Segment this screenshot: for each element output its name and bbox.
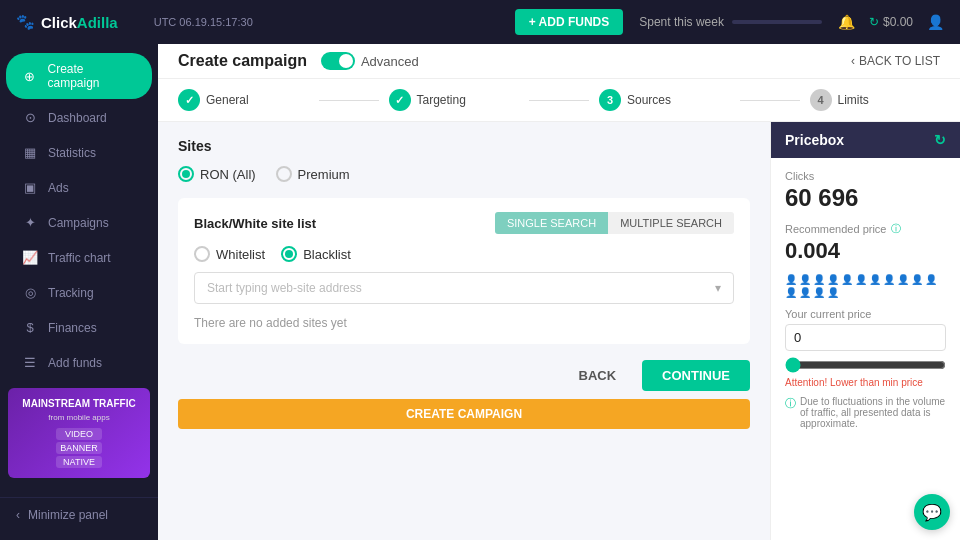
sidebar-item-add-funds[interactable]: ☰ Add funds (6, 346, 152, 379)
bwlist-radios: Whitelist Blacklist (194, 246, 734, 262)
sidebar-item-dashboard[interactable]: ⊙ Dashboard (6, 101, 152, 134)
dropdown-icon: ▾ (715, 281, 721, 295)
sites-radio-group: RON (All) Premium (178, 166, 750, 182)
premium-label: Premium (298, 167, 350, 182)
step-limits[interactable]: 4 Limits (810, 89, 941, 111)
toggle-switch[interactable] (321, 52, 355, 70)
main: Create campaign Advanced ‹ BACK TO LIST … (158, 44, 960, 540)
topbar-icons: 🔔 ↻ $0.00 👤 (838, 14, 944, 30)
continue-button[interactable]: CONTINUE (642, 360, 750, 391)
whitelist-label: Whitelist (216, 247, 265, 262)
add-funds-sidebar-icon: ☰ (22, 355, 38, 370)
ads-icon: ▣ (22, 180, 38, 195)
person-10: 👤 (911, 274, 923, 285)
bwlist-header: Black/White site list SINGLE SEARCH MULT… (194, 212, 734, 234)
logo-icon: 🐾 (16, 13, 35, 31)
person-8: 👤 (883, 274, 895, 285)
refresh-icon[interactable]: ↻ (869, 15, 879, 29)
person-6: 👤 (855, 274, 867, 285)
pricebox-body: Clicks 60 696 Recommended price ⓘ 0.004 … (771, 158, 960, 441)
site-input-placeholder: Start typing web-site address (207, 281, 362, 295)
price-info: ⓘ Due to fluctuations in the volume of t… (785, 396, 946, 429)
tracking-icon: ◎ (22, 285, 38, 300)
site-search-input[interactable]: Start typing web-site address ▾ (194, 272, 734, 304)
sidebar-item-tracking[interactable]: ◎ Tracking (6, 276, 152, 309)
current-price-label: Your current price (785, 308, 946, 320)
single-search-btn[interactable]: SINGLE SEARCH (495, 212, 608, 234)
blacklist-radio[interactable] (281, 246, 297, 262)
ron-radio-dot (182, 170, 190, 178)
person-12: 👤 (785, 287, 797, 298)
info-icon: ⓘ (785, 396, 796, 411)
sidebar-item-campaigns[interactable]: ✦ Campaigns (6, 206, 152, 239)
sidebar-item-statistics[interactable]: ▦ Statistics (6, 136, 152, 169)
step-targeting-circle: ✓ (389, 89, 411, 111)
chat-bubble[interactable]: 💬 (914, 494, 950, 530)
premium-radio[interactable] (276, 166, 292, 182)
ron-radio[interactable] (178, 166, 194, 182)
page-title: Create campaign (178, 52, 307, 70)
ron-option[interactable]: RON (All) (178, 166, 256, 182)
back-button[interactable]: BACK (563, 360, 633, 391)
sidebar-item-traffic-chart[interactable]: 📈 Traffic chart (6, 241, 152, 274)
person-1: 👤 (785, 274, 797, 285)
bwlist-title: Black/White site list (194, 216, 316, 231)
step-targeting-label: Targeting (417, 93, 466, 107)
step-sources-label: Sources (627, 93, 671, 107)
sidebar: ⊕ Create campaign ⊙ Dashboard ▦ Statisti… (0, 44, 158, 540)
sidebar-item-ads[interactable]: ▣ Ads (6, 171, 152, 204)
whitelist-option[interactable]: Whitelist (194, 246, 265, 262)
topbar: 🐾 ClickAdilla UTC 06.19.15:17:30 + ADD F… (0, 0, 960, 44)
dashboard-icon: ⊙ (22, 110, 38, 125)
create-campaign-button[interactable]: CREATE CAMPAIGN (178, 399, 750, 429)
person-2: 👤 (799, 274, 811, 285)
sidebar-item-create-campaign[interactable]: ⊕ Create campaign (6, 53, 152, 99)
bell-icon[interactable]: 🔔 (838, 14, 855, 30)
info-circle-icon: ⓘ (891, 222, 901, 236)
layout: ⊕ Create campaign ⊙ Dashboard ▦ Statisti… (0, 44, 960, 540)
premium-option[interactable]: Premium (276, 166, 350, 182)
banner-subtitle: from mobile apps (48, 413, 109, 422)
step-limits-circle: 4 (810, 89, 832, 111)
person-13: 👤 (799, 287, 811, 298)
minimize-panel[interactable]: ‹ Minimize panel (0, 497, 158, 532)
clicks-label: Clicks (785, 170, 946, 182)
statistics-icon: ▦ (22, 145, 38, 160)
price-slider[interactable] (785, 357, 946, 373)
finances-icon: $ (22, 320, 38, 335)
steps-bar: ✓ General ✓ Targeting 3 Sources 4 Limits (158, 79, 960, 122)
advanced-label: Advanced (361, 54, 419, 69)
whitelist-radio[interactable] (194, 246, 210, 262)
advanced-toggle[interactable]: Advanced (321, 52, 419, 70)
ron-label: RON (All) (200, 167, 256, 182)
step-general-circle: ✓ (178, 89, 200, 111)
blacklist-option[interactable]: Blacklist (281, 246, 351, 262)
person-11: 👤 (925, 274, 937, 285)
step-sep-1 (319, 100, 379, 101)
person-4: 👤 (827, 274, 839, 285)
utc-label: UTC 06.19.15:17:30 (154, 16, 253, 28)
traffic-chart-icon: 📈 (22, 250, 38, 265)
sites-title: Sites (178, 138, 750, 154)
campaigns-icon: ✦ (22, 215, 38, 230)
search-buttons: SINGLE SEARCH MULTIPLE SEARCH (495, 212, 734, 234)
sidebar-item-finances[interactable]: $ Finances (6, 311, 152, 344)
clicks-value: 60 696 (785, 184, 946, 212)
pricebox-refresh-icon[interactable]: ↻ (934, 132, 946, 148)
rec-price-label: Recommended price ⓘ (785, 222, 946, 236)
step-sources[interactable]: 3 Sources (599, 89, 730, 111)
price-input[interactable] (785, 324, 946, 351)
multiple-search-btn[interactable]: MULTIPLE SEARCH (608, 212, 734, 234)
person-5: 👤 (841, 274, 853, 285)
page-header: Create campaign Advanced ‹ BACK TO LIST (158, 44, 960, 79)
form-buttons: BACK CONTINUE (178, 360, 750, 391)
pricebox-title: Pricebox (785, 132, 844, 148)
step-general[interactable]: ✓ General (178, 89, 309, 111)
person-14: 👤 (813, 287, 825, 298)
back-to-list-link[interactable]: ‹ BACK TO LIST (851, 54, 940, 68)
step-targeting[interactable]: ✓ Targeting (389, 89, 520, 111)
spent-this-week: Spent this week (639, 15, 822, 29)
user-icon[interactable]: 👤 (927, 14, 944, 30)
add-funds-button[interactable]: + ADD FUNDS (515, 9, 624, 35)
pricebox: Pricebox ↻ Clicks 60 696 Recommended pri… (770, 122, 960, 540)
